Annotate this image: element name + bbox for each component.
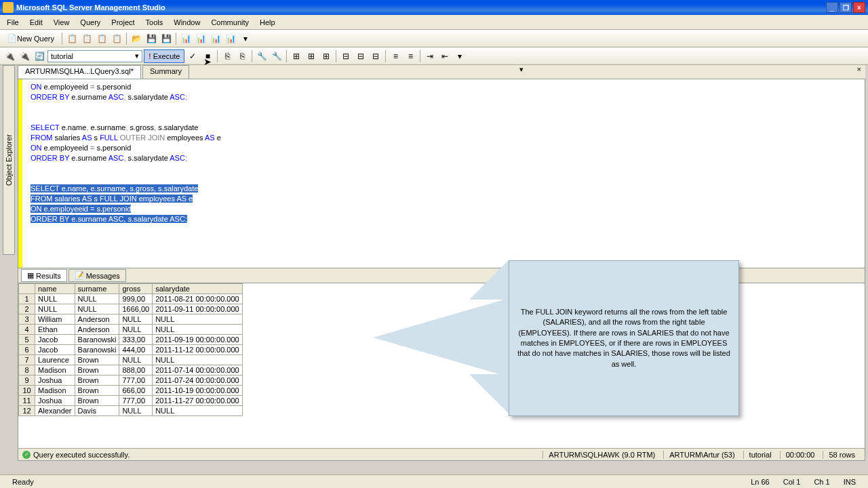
toolbar-icon[interactable]: ≡ [403, 49, 417, 63]
status-user: ARTURM\Artur (53) [663, 451, 740, 459]
table-row[interactable]: 5JacobBaranowski333,002011-09-19 00:00:0… [19, 335, 243, 345]
execute-icon: ! [149, 52, 151, 60]
chevron-down-icon: ▾ [135, 52, 139, 60]
menu-help[interactable]: Help [254, 17, 281, 28]
stop-icon[interactable]: ■ [201, 49, 214, 63]
callout-text: The FULL JOIN keyword returns all the ro… [517, 307, 730, 369]
app-icon [3, 2, 14, 13]
connect-icon[interactable]: 🔌 [3, 49, 16, 63]
status-server: ARTURM\SQLHAWK (9.0 RTM) [542, 451, 660, 459]
table-row[interactable]: 9JoshuaBrown777,002011-07-24 00:00:00.00… [19, 375, 243, 386]
table-row[interactable]: 11JoshuaBrown777,002011-11-27 00:00:00.0… [19, 396, 243, 406]
status-col: Col 1 [776, 478, 808, 486]
change-connection-icon[interactable]: 🔄 [33, 49, 46, 63]
status-ins: INS [837, 478, 863, 486]
toolbar-icon[interactable]: 📊 [209, 32, 222, 45]
status-ready: Ready [5, 478, 41, 486]
sql-editor[interactable]: ON e.employeeid = s.personid ORDER BY e.… [18, 79, 865, 268]
table-row[interactable]: 6JacobBaranowski444,002011-11-12 00:00:0… [19, 345, 243, 355]
toolbar-icon[interactable]: ⇥ [423, 49, 437, 63]
execute-button[interactable]: ! Execute [144, 49, 184, 63]
toolbar-icon[interactable]: ⊟ [354, 49, 368, 63]
table-row[interactable]: 7LaurenceBrownNULLNULL [19, 355, 243, 365]
toolbar-icon[interactable]: 📋 [95, 32, 108, 45]
table-row[interactable]: 4EthanAndersonNULLNULL [19, 325, 243, 335]
app-status-bar: Ready Ln 66 Col 1 Ch 1 INS [0, 474, 868, 488]
status-line: Ln 66 [744, 478, 776, 486]
menu-edit[interactable]: Edit [24, 17, 48, 28]
tab-query[interactable]: ARTURM\SQLHA...LQuery3.sql* [18, 65, 141, 79]
column-header[interactable] [19, 284, 35, 294]
new-query-button[interactable]: 📄 New Query [3, 32, 59, 45]
toolbar-icon[interactable]: ⊞ [290, 49, 303, 63]
minimize-button[interactable]: _ [826, 2, 838, 13]
parse-icon[interactable]: ✓ [186, 49, 199, 63]
close-tab-icon[interactable]: × [853, 65, 865, 79]
toolbar-icon[interactable]: ≡ [389, 49, 402, 63]
titlebar: Microsoft SQL Server Management Studio _… [0, 0, 868, 15]
open-icon[interactable]: 📂 [130, 32, 143, 45]
object-explorer-tab[interactable]: Object Explorer [3, 65, 15, 255]
toolbar-icon[interactable]: 🔧 [255, 49, 269, 63]
query-status-bar: ✓ Query executed successfully. ARTURM\SQ… [18, 448, 865, 460]
menu-file[interactable]: File [1, 17, 24, 28]
column-header[interactable]: surname [75, 284, 119, 294]
toolbar-icon[interactable]: ⎘ [235, 49, 249, 63]
new-query-icon: 📄 [7, 34, 17, 43]
chevron-down-icon[interactable]: ▾ [515, 65, 528, 79]
menu-query[interactable]: Query [75, 17, 106, 28]
toolbar-icon[interactable]: 📊 [224, 32, 237, 45]
menu-project[interactable]: Project [106, 17, 140, 28]
execute-label: Execute [153, 52, 180, 60]
toolbar-icon[interactable]: ▾ [239, 32, 252, 45]
status-database: tutorial [743, 451, 777, 459]
status-message: Query executed successfully. [33, 451, 130, 459]
close-button[interactable]: × [853, 2, 865, 13]
toolbar-icon[interactable]: ⊞ [319, 49, 333, 63]
toolbar-icon[interactable]: 🔧 [270, 49, 283, 63]
save-all-icon[interactable]: 💾 [159, 32, 173, 45]
table-row[interactable]: 1NULLNULL999,002011-08-21 00:00:00.000 [19, 294, 243, 304]
menu-window[interactable]: Window [168, 17, 205, 28]
toolbar-icon[interactable]: ▾ [453, 49, 467, 63]
toolbar-icon[interactable]: ⇤ [438, 49, 452, 63]
document-tabs: ARTURM\SQLHA...LQuery3.sql* Summary ▾ × [18, 65, 865, 79]
table-row[interactable]: 3WilliamAndersonNULLNULL [19, 314, 243, 325]
menu-view[interactable]: View [48, 17, 75, 28]
callout: The FULL JOIN keyword returns all the ro… [373, 260, 739, 416]
toolbar-icon[interactable]: 📊 [194, 32, 208, 45]
column-header[interactable]: gross [119, 284, 153, 294]
app-title: Microsoft SQL Server Management Studio [16, 3, 826, 12]
toolbar-icon[interactable]: 📊 [179, 32, 193, 45]
toolbar-icon[interactable]: ⊟ [369, 49, 382, 63]
toolbar-icon[interactable]: 📋 [110, 32, 123, 45]
toolbar-icon[interactable]: 📋 [80, 32, 94, 45]
menu-tools[interactable]: Tools [140, 17, 169, 28]
main-toolbar: 📄 New Query 📋 📋 📋 📋 📂 💾 💾 📊 📊 📊 📊 ▾ [0, 30, 868, 47]
column-header[interactable]: salarydate [153, 284, 243, 294]
status-rows: 58 rows [823, 451, 861, 459]
messages-icon: 📝 [75, 271, 84, 280]
tab-results[interactable]: ▦ Results [21, 269, 67, 282]
toolbar-icon[interactable]: ⎘ [220, 49, 234, 63]
tab-messages[interactable]: 📝 Messages [68, 269, 126, 282]
maximize-button[interactable]: ❐ [840, 2, 852, 13]
success-icon: ✓ [22, 451, 31, 459]
save-icon[interactable]: 💾 [144, 32, 158, 45]
toolbar-icon[interactable]: ⊟ [339, 49, 353, 63]
sql-toolbar: 🔌 🔌 🔄 tutorial ▾ ! Execute ✓ ■ ⎘ ⎘ 🔧 🔧 ⊞… [0, 47, 868, 65]
column-header[interactable]: name [35, 284, 75, 294]
disconnect-icon[interactable]: 🔌 [18, 49, 31, 63]
table-row[interactable]: 8MadisonBrown888,002011-07-14 00:00:00.0… [19, 365, 243, 375]
table-row[interactable]: 2NULLNULL1666,002011-09-11 00:00:00.000 [19, 304, 243, 314]
table-row[interactable]: 10MadisonBrown666,002011-10-19 00:00:00.… [19, 386, 243, 396]
tab-summary[interactable]: Summary [142, 65, 189, 79]
toolbar-icon[interactable]: 📋 [65, 32, 79, 45]
grid-icon: ▦ [27, 271, 34, 280]
menubar: File Edit View Query Project Tools Windo… [0, 15, 868, 30]
toolbar-icon[interactable]: ⊞ [304, 49, 318, 63]
database-combo[interactable]: tutorial ▾ [47, 50, 142, 62]
table-row[interactable]: 12AlexanderDavisNULLNULL [19, 406, 243, 416]
menu-community[interactable]: Community [205, 17, 254, 28]
object-explorer-label: Object Explorer [5, 134, 13, 186]
